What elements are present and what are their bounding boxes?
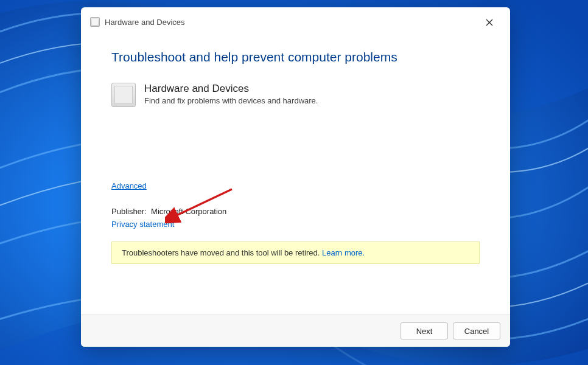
troubleshooter-name: Hardware and Devices (144, 83, 318, 95)
troubleshooter-entry: Hardware and Devices Find and fix proble… (111, 83, 480, 107)
troubleshooter-description: Find and fix problems with devices and h… (144, 96, 318, 105)
close-button[interactable] (476, 13, 503, 32)
publisher-name: Microsoft Corporation (151, 207, 226, 216)
dialog-title: Hardware and Devices (105, 18, 185, 27)
next-button[interactable]: Next (401, 322, 448, 339)
learn-more-link[interactable]: Learn more. (322, 248, 365, 257)
privacy-statement-link[interactable]: Privacy statement (111, 220, 174, 229)
publisher-row: Publisher: Microsoft Corporation (111, 207, 480, 216)
dialog-body: Troubleshoot and help prevent computer p… (81, 32, 510, 315)
publisher-label: Publisher: (111, 207, 147, 216)
dialog-header: Hardware and Devices (81, 7, 510, 32)
cancel-button[interactable]: Cancel (453, 322, 500, 339)
advanced-link[interactable]: Advanced (111, 181, 147, 190)
troubleshooter-dialog: Hardware and Devices Troubleshoot and he… (81, 7, 510, 347)
dialog-footer: Next Cancel (81, 315, 510, 347)
hardware-icon (90, 17, 100, 27)
hardware-devices-icon (111, 83, 136, 107)
notice-text: Troubleshooters have moved and this tool… (122, 248, 322, 257)
page-heading: Troubleshoot and help prevent computer p… (111, 50, 480, 64)
deprecation-notice: Troubleshooters have moved and this tool… (111, 242, 480, 264)
